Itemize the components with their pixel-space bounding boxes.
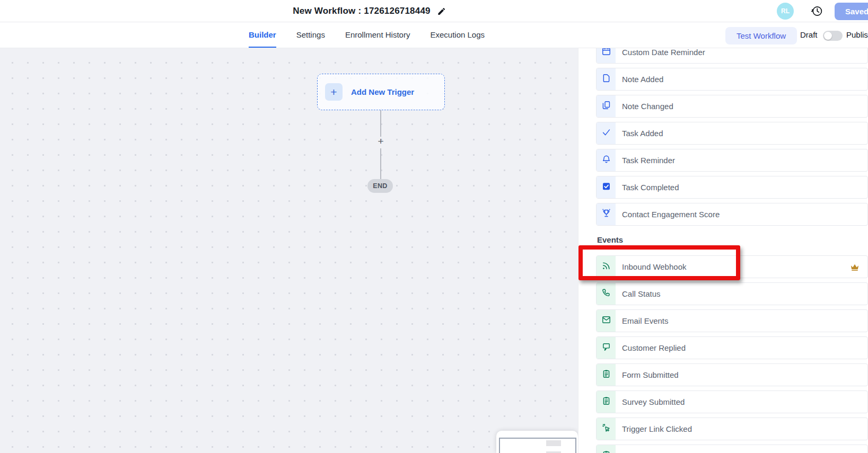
trigger-item-custom-date-reminder[interactable]: Custom Date Reminder <box>596 48 868 64</box>
icon-strip <box>597 48 616 63</box>
trigger-item-label: Form Submitted <box>622 370 679 379</box>
draft-label: Draft <box>800 22 818 48</box>
add-new-trigger-label: Add New Trigger <box>351 87 414 96</box>
phone-icon <box>601 288 611 300</box>
bell-icon <box>601 154 611 166</box>
check-icon <box>601 127 611 139</box>
tab-builder[interactable]: Builder <box>249 22 276 48</box>
app-header: New Workflow : 1726126718449 RL Saved <box>0 0 868 22</box>
icon-strip <box>597 176 616 198</box>
icon-strip <box>597 364 616 386</box>
toggle-knob <box>824 32 832 40</box>
trigger-item-label: Note Changed <box>622 102 673 111</box>
minimap-placeholder-bar <box>546 440 561 446</box>
icon-strip <box>597 68 616 90</box>
add-step-plus-button[interactable]: + <box>375 136 386 147</box>
trigger-item-contact-engagement-score[interactable]: Contact Engagement Score <box>596 203 868 226</box>
crown-icon <box>849 262 860 272</box>
trigger-item-label: Task Reminder <box>622 156 675 165</box>
trigger-item-label: Task Added <box>622 129 663 138</box>
trigger-item-note-added[interactable]: Note Added <box>596 68 868 91</box>
icon-strip <box>597 203 616 225</box>
section-title-events: Events <box>597 235 623 244</box>
tab-execution-logs[interactable]: Execution Logs <box>430 22 485 48</box>
trigger-item-customer-replied[interactable]: Customer Replied <box>596 336 868 359</box>
trigger-item-facebook-lead-form-submitted[interactable]: Facebook Lead Form Submitted <box>596 445 868 453</box>
note-changed-icon <box>601 100 611 112</box>
chat-icon <box>601 342 611 354</box>
trigger-item-task-added[interactable]: Task Added <box>596 122 868 145</box>
trigger-item-call-status[interactable]: Call Status <box>596 282 868 305</box>
page-title: New Workflow : 1726126718449 <box>293 6 430 16</box>
edit-title-pencil-icon[interactable] <box>437 7 446 16</box>
trophy-icon <box>601 208 611 220</box>
trigger-item-label: Task Completed <box>622 183 679 192</box>
clipboard-icon <box>601 396 611 408</box>
clipboard-icon <box>601 450 611 453</box>
trigger-item-label: Survey Submitted <box>622 397 685 406</box>
cursor-click-icon <box>601 423 611 435</box>
workflow-canvas[interactable]: + Add New Trigger + END <box>0 48 578 453</box>
icon-strip <box>597 149 616 171</box>
trigger-item-trigger-link-clicked[interactable]: Trigger Link Clicked <box>596 418 868 440</box>
tab-row: BuilderSettingsEnrollment HistoryExecuti… <box>249 22 485 48</box>
version-history-icon[interactable] <box>811 5 823 17</box>
trigger-item-label: Custom Date Reminder <box>622 48 705 57</box>
icon-strip <box>597 122 616 144</box>
trigger-item-label: Call Status <box>622 289 661 298</box>
minimap-panel <box>496 431 578 453</box>
icon-strip <box>597 337 616 359</box>
icon-strip <box>597 256 616 278</box>
mail-icon <box>601 315 611 327</box>
workflow-title-wrap: New Workflow : 1726126718449 <box>293 0 446 22</box>
saved-button[interactable]: Saved <box>835 3 868 20</box>
webhook-icon <box>601 261 611 273</box>
trigger-item-label: Note Added <box>622 75 663 84</box>
trigger-item-label: Customer Replied <box>622 343 686 352</box>
trigger-item-inbound-webhook[interactable]: Inbound Webhook <box>596 255 868 278</box>
calendar-icon <box>601 48 611 58</box>
trigger-item-label: Inbound Webhook <box>622 262 687 271</box>
icon-strip <box>597 310 616 332</box>
test-workflow-button[interactable]: Test Workflow <box>725 27 797 45</box>
tab-enrollment-history[interactable]: Enrollment History <box>345 22 410 48</box>
trigger-item-label: Trigger Link Clicked <box>622 424 692 433</box>
user-avatar[interactable]: RL <box>777 3 794 20</box>
trigger-sidebar: Custom Date ReminderNote AddedNote Chang… <box>578 48 868 453</box>
trigger-item-task-reminder[interactable]: Task Reminder <box>596 149 868 172</box>
trigger-item-note-changed[interactable]: Note Changed <box>596 95 868 118</box>
end-node: END <box>367 179 393 193</box>
connector-line-bottom <box>380 148 381 179</box>
publish-toggle[interactable] <box>823 31 843 41</box>
add-new-trigger-button[interactable]: + Add New Trigger <box>317 74 445 110</box>
trigger-item-label: Contact Engagement Score <box>622 210 720 219</box>
publish-label: Publish <box>846 22 868 48</box>
note-icon <box>601 73 611 85</box>
minimap-viewport <box>499 438 576 453</box>
icon-strip <box>597 445 616 453</box>
trigger-item-survey-submitted[interactable]: Survey Submitted <box>596 390 868 413</box>
clipboard-icon <box>601 369 611 381</box>
trigger-item-email-events[interactable]: Email Events <box>596 309 868 332</box>
connector-line-top <box>380 110 381 137</box>
plus-icon: + <box>325 83 343 101</box>
trigger-item-form-submitted[interactable]: Form Submitted <box>596 363 868 386</box>
check-square-icon <box>601 181 611 193</box>
icon-strip <box>597 95 616 117</box>
trigger-item-task-completed[interactable]: Task Completed <box>596 176 868 199</box>
tab-bar: BuilderSettingsEnrollment HistoryExecuti… <box>0 22 868 48</box>
icon-strip <box>597 391 616 413</box>
workflow-builder-app: { "header": { "title": "New Workflow : 1… <box>0 0 868 453</box>
icon-strip <box>597 283 616 305</box>
icon-strip <box>597 418 616 440</box>
trigger-item-label: Email Events <box>622 316 669 325</box>
tab-settings[interactable]: Settings <box>296 22 325 48</box>
